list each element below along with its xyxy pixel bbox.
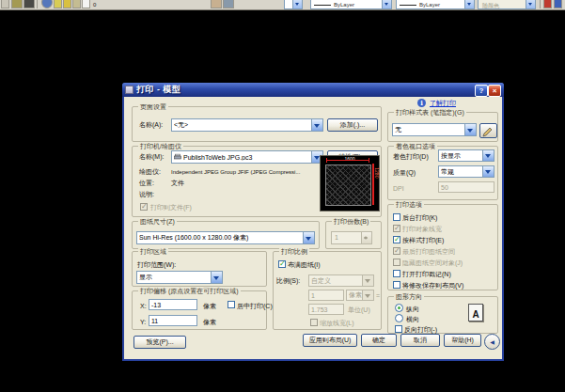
chevron-down-icon	[362, 290, 373, 300]
offset-y-input[interactable]: 11	[149, 315, 197, 326]
layer-previous-icon[interactable]	[223, 0, 234, 8]
fit-to-paper-checkbox[interactable]	[278, 260, 286, 268]
group-title: 图形方向	[394, 292, 424, 301]
plot-option-label: 打开打印戳记(N)	[402, 270, 451, 278]
toolbar-flyout-arrow-icon[interactable]	[1, 0, 9, 8]
help-button[interactable]: 帮助(H)	[444, 334, 481, 347]
layer-on-bulb-icon	[54, 0, 62, 8]
landscape-radio[interactable]	[395, 314, 403, 322]
group-title: 打印区域	[138, 247, 168, 256]
plot-option-checkbox-hide-paperspace	[393, 259, 400, 266]
chevron-down-icon	[211, 272, 222, 283]
offset-y-unit: 像素	[203, 318, 216, 326]
copies-value: 1	[335, 234, 338, 241]
reverse-plot-checkbox[interactable]	[395, 325, 402, 333]
plotter-label: 绘图仪:	[139, 167, 161, 176]
paper-size-dropdown[interactable]: Sun Hi-Res (1600.00 x 1280.00 像素)	[136, 231, 315, 244]
edit-plot-style-button[interactable]	[479, 123, 497, 138]
landscape-label: 横向	[406, 315, 419, 323]
linetype-value: ByLayer	[334, 2, 354, 8]
add-button[interactable]: 添加(.)...	[327, 118, 378, 132]
shade-plot-label: 着色打印(D)	[393, 152, 429, 161]
layer-lock-icon	[72, 0, 81, 8]
center-plot-checkbox[interactable]	[228, 301, 235, 308]
pagesetup-name-value: <无>	[174, 120, 311, 130]
location-label: 位置:	[139, 179, 154, 187]
offset-x-label: X:	[140, 302, 147, 310]
printer-icon	[174, 154, 181, 161]
linetype-sample	[314, 5, 331, 6]
printer-name-dropdown[interactable]: PublishToWeb JPG.pc3	[171, 150, 323, 164]
pagesetup-name-dropdown[interactable]: <无>	[171, 118, 323, 132]
layer-properties-icon[interactable]	[11, 0, 23, 8]
scale-unit-value: 像素	[349, 290, 362, 300]
layer-color-swatch	[82, 0, 90, 8]
offset-x-unit: 像素	[203, 302, 216, 310]
dialog-title: 打印 - 模型	[136, 84, 181, 96]
chevron-down-icon	[482, 150, 494, 161]
plot-option-checkbox-save-changes[interactable]	[393, 281, 400, 289]
fit-to-paper-label: 布满图纸(I)	[288, 260, 321, 269]
quality-dropdown[interactable]: 常规	[438, 165, 494, 178]
cancel-button[interactable]: 取消	[400, 334, 440, 347]
dialog-titlebar[interactable]: 打印 - 模型 ? ×	[122, 83, 504, 97]
toolbar-icon-blue[interactable]	[554, 0, 562, 8]
plot-range-dropdown[interactable]: 显示	[136, 271, 223, 284]
scale-lineweights-checkbox	[310, 319, 318, 326]
group-title: 打印份数(B)	[332, 217, 370, 226]
linetype-dropdown[interactable]: ByLayer	[310, 0, 392, 9]
layer-states-icon[interactable]	[24, 0, 35, 8]
portrait-radio[interactable]	[395, 304, 403, 312]
preview-button[interactable]: 预览(P)...	[133, 336, 186, 349]
lineweight-dropdown[interactable]: ByLayer	[396, 0, 475, 9]
make-layer-current-icon[interactable]	[211, 0, 222, 8]
chevron-down-icon	[303, 232, 314, 243]
scale-equals-label: =	[376, 291, 380, 300]
scale-dropdown: 自定义	[308, 274, 374, 287]
chevron-down-icon	[464, 0, 474, 8]
group-title: 页面设置	[138, 102, 168, 111]
color-control-dropdown[interactable]	[284, 0, 303, 9]
plot-range-label: 打印范围(W):	[137, 260, 176, 269]
plot-option-checkbox-background[interactable]	[393, 213, 400, 221]
less-options-button[interactable]: ◀	[484, 334, 500, 350]
plot-style-dropdown[interactable]: 无	[392, 123, 477, 136]
pagesetup-name-label: 名称(A):	[139, 120, 163, 129]
shade-plot-dropdown[interactable]: 按显示	[438, 149, 494, 162]
paper-letter: A	[472, 309, 479, 321]
plot-option-checkbox-paperspace-last	[393, 247, 400, 255]
printer-name-value: PublishToWeb JPG.pc3	[174, 154, 311, 161]
toolbar-icon-red[interactable]	[543, 0, 552, 8]
toolbar-separator	[37, 0, 38, 8]
offset-x-input[interactable]: -13	[149, 299, 197, 310]
plot-option-checkbox-plot-stamp[interactable]	[393, 270, 400, 277]
group-title: 打印机/绘图仪	[138, 142, 183, 150]
apply-to-layout-button[interactable]: 应用到布局(U)	[303, 334, 357, 347]
close-icon[interactable]: ×	[488, 85, 501, 97]
chevron-down-icon	[526, 0, 535, 8]
autocad-workspace: 0 ByLayer ByLayer 随颜色 打印 - 模型 ? ×	[0, 0, 565, 392]
titlebar-help-button[interactable]: ?	[475, 85, 488, 97]
ok-button[interactable]: 确定	[361, 334, 397, 347]
center-plot-label: 居中打印(C)	[237, 302, 273, 310]
offset-y-label: Y:	[140, 318, 146, 326]
plot-option-label: 后台打印(K)	[402, 213, 437, 222]
paper-size-value: Sun Hi-Res (1600.00 x 1280.00 像素)	[139, 233, 303, 243]
scale-custom-input: 1	[308, 290, 344, 301]
group-title: 打印比例	[279, 247, 309, 256]
reverse-plot-label: 反向打印(-)	[404, 325, 437, 334]
layer-globe-icon	[41, 0, 53, 8]
print-to-file-label: 打印到文件(F)	[150, 203, 192, 212]
dpi-input: 50	[438, 181, 494, 193]
quality-value: 常规	[441, 167, 482, 177]
collapse-arrow-icon: ◀	[490, 338, 494, 345]
learn-about-plotting-link[interactable]: 了解打印	[430, 99, 456, 108]
lineweight-value: ByLayer	[419, 2, 440, 8]
scale-lineweights-label: 缩放线宽(L)	[320, 319, 354, 327]
scale-unit-dropdown: 像素	[346, 290, 374, 301]
plot-option-checkbox-plotstyles[interactable]	[393, 236, 400, 243]
paper-width-dimension	[326, 160, 369, 161]
scale-label: 比例(S):	[276, 276, 300, 285]
chevron-down-icon	[311, 119, 322, 131]
spinner-buttons	[361, 232, 371, 243]
